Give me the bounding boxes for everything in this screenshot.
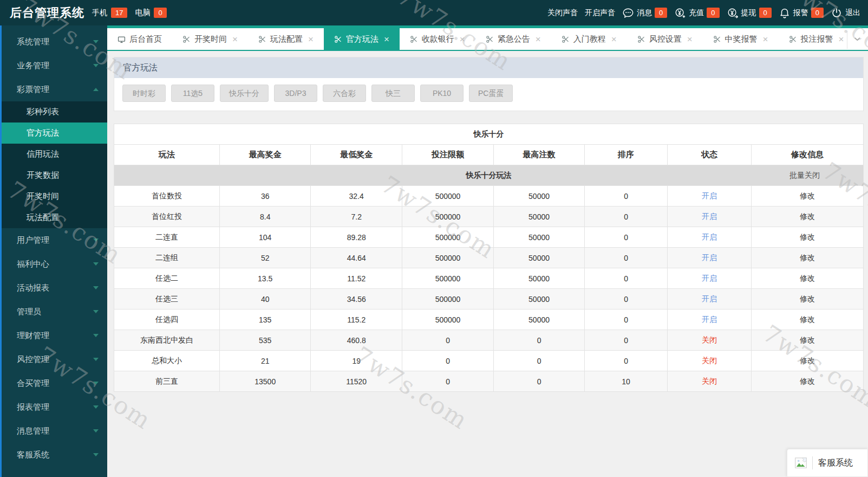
modify-link[interactable]: 修改 [800, 377, 815, 385]
status-cell: 开启 [668, 186, 752, 207]
sidebar-item-welfare[interactable]: 福利中心 [2, 252, 107, 276]
sidebar-item-activity-report[interactable]: 活动报表 [2, 276, 107, 300]
game-button-klsf[interactable]: 快乐十分 [220, 85, 269, 102]
alarm-button[interactable]: 报警 0 [779, 7, 824, 19]
sidebar-item-label: 管理员 [17, 307, 41, 317]
close-icon[interactable]: × [308, 35, 314, 44]
status-toggle-link[interactable]: 开启 [702, 191, 717, 200]
game-button-pk10[interactable]: PK10 [420, 85, 464, 102]
bet-limit: 0 [402, 351, 494, 371]
status-toggle-link[interactable]: 开启 [702, 315, 717, 324]
close-icon[interactable]: × [763, 35, 768, 44]
modify-link[interactable]: 修改 [800, 274, 815, 282]
column-header: 状态 [668, 145, 752, 165]
game-button-pcdd[interactable]: PC蛋蛋 [469, 85, 513, 102]
game-button-k3[interactable]: 快三 [371, 85, 415, 102]
modify-link[interactable]: 修改 [800, 212, 815, 221]
sidebar-item-draw-data[interactable]: 开奖数据 [2, 165, 107, 186]
sidebar-item-user[interactable]: 用户管理 [2, 228, 107, 252]
sidebar-item-risk[interactable]: 风控管理 [2, 347, 107, 371]
admin-app: 后台管理系统 手机 17 电脑 0 关闭声音 开启声音 消息 0 [0, 0, 868, 477]
table-title-row: 快乐十分 [114, 124, 864, 145]
game-button-lhc[interactable]: 六合彩 [323, 85, 366, 102]
chevron-down-icon [93, 382, 99, 385]
status-toggle-link[interactable]: 开启 [702, 253, 717, 262]
game-button-3dp3[interactable]: 3D/P3 [274, 85, 317, 102]
status-toggle-link[interactable]: 开启 [702, 274, 717, 282]
bet-limit: 500000 [402, 310, 494, 330]
sidebar-item-report[interactable]: 报表管理 [2, 395, 107, 419]
status-toggle-link[interactable]: 开启 [702, 233, 717, 241]
close-icon[interactable]: × [536, 35, 541, 44]
tab-play-config[interactable]: 玩法配置× [248, 28, 324, 50]
tab-official-play[interactable]: 官方玩法× [324, 28, 400, 50]
sidebar-item-draw-time[interactable]: 开奖时间 [2, 186, 107, 207]
sidebar-item-group-buy[interactable]: 合买管理 [2, 371, 107, 395]
table-row: 二连直10489.28500000500000开启修改 [114, 227, 864, 248]
sidebar-item-finance[interactable]: 理财管理 [2, 324, 107, 347]
tab-label: 收款银行 [422, 34, 454, 44]
tab-home[interactable]: 后台首页 [107, 28, 172, 50]
close-icon[interactable]: × [611, 35, 617, 44]
sidebar-item-lottery[interactable]: 彩票管理 [2, 78, 107, 101]
max-bets: 50000 [493, 310, 584, 330]
game-button-11x5[interactable]: 11选5 [171, 85, 214, 102]
open-sound-button[interactable]: 开启声音 [585, 8, 615, 18]
tab-bet-alarm[interactable]: 投注报警× [779, 28, 854, 50]
withdraw-button[interactable]: 提现 0 [727, 7, 772, 19]
logout-button[interactable]: 退出 [831, 7, 860, 19]
close-icon[interactable]: × [687, 35, 693, 44]
status-toggle-link[interactable]: 关闭 [702, 377, 717, 385]
bet-limit: 500000 [402, 289, 494, 310]
modify-link[interactable]: 修改 [800, 336, 815, 344]
status-toggle-link[interactable]: 开启 [702, 294, 717, 303]
sidebar-item-credit-play[interactable]: 信用玩法 [2, 144, 107, 165]
modify-link[interactable]: 修改 [800, 233, 815, 241]
modify-link[interactable]: 修改 [800, 191, 815, 200]
status-cell: 开启 [668, 268, 752, 289]
scissors-icon [410, 35, 418, 43]
recharge-button[interactable]: 充值 0 [674, 7, 719, 19]
sidebar-item-official-play[interactable]: 官方玩法 [2, 123, 107, 144]
tab-win-alarm[interactable]: 中奖报警× [703, 28, 779, 50]
modify-link[interactable]: 修改 [800, 356, 815, 365]
status-cell: 开启 [668, 227, 752, 248]
play-name: 任选二 [114, 268, 220, 289]
modify-link[interactable]: 修改 [800, 315, 815, 324]
play-name: 前三直 [114, 371, 220, 392]
sort-order: 0 [585, 248, 668, 268]
modify-link[interactable]: 修改 [800, 253, 815, 262]
divider [812, 456, 813, 469]
tab-notice[interactable]: 紧急公告× [475, 28, 551, 50]
sidebar-item-message[interactable]: 消息管理 [2, 419, 107, 443]
status-toggle-link[interactable]: 开启 [702, 212, 717, 221]
close-sound-button[interactable]: 关闭声音 [547, 8, 578, 18]
tab-bank[interactable]: 收款银行× [400, 28, 475, 50]
tab-overflow-button[interactable] [847, 31, 868, 49]
sidebar-item-admin[interactable]: 管理员 [2, 300, 107, 324]
status-toggle-link[interactable]: 关闭 [702, 356, 717, 365]
bet-limit: 500000 [402, 207, 494, 227]
sidebar-item-lottery-list[interactable]: 彩种列表 [2, 101, 107, 123]
sidebar-item-play-config[interactable]: 玩法配置 [2, 207, 107, 228]
sidebar-item-business[interactable]: 业务管理 [2, 54, 107, 78]
batch-close-button[interactable]: 批量关闭 [789, 171, 820, 181]
table-row: 首位数投3632.4500000500000开启修改 [114, 186, 864, 207]
close-icon[interactable]: × [460, 35, 465, 44]
min-prize: 115.2 [311, 310, 402, 330]
sidebar-item-system[interactable]: 系统管理 [2, 30, 107, 54]
tab-draw-time[interactable]: 开奖时间× [172, 28, 248, 50]
modify-link[interactable]: 修改 [800, 294, 815, 303]
game-button-ssc[interactable]: 时时彩 [122, 85, 166, 102]
close-icon[interactable]: × [384, 35, 389, 44]
tab-risk-setting[interactable]: 风控设置× [627, 28, 703, 50]
customer-service-widget[interactable]: 客服系统 [787, 449, 868, 477]
sidebar-item-service[interactable]: 客服系统 [2, 443, 107, 467]
tab-tutorial[interactable]: 入门教程× [551, 28, 627, 50]
close-icon[interactable]: × [232, 35, 238, 44]
message-button[interactable]: 消息 0 [622, 7, 667, 19]
chevron-down-icon [93, 40, 99, 43]
close-icon[interactable]: × [839, 35, 844, 44]
tab-label: 投注报警 [801, 34, 833, 44]
status-toggle-link[interactable]: 关闭 [702, 336, 717, 344]
